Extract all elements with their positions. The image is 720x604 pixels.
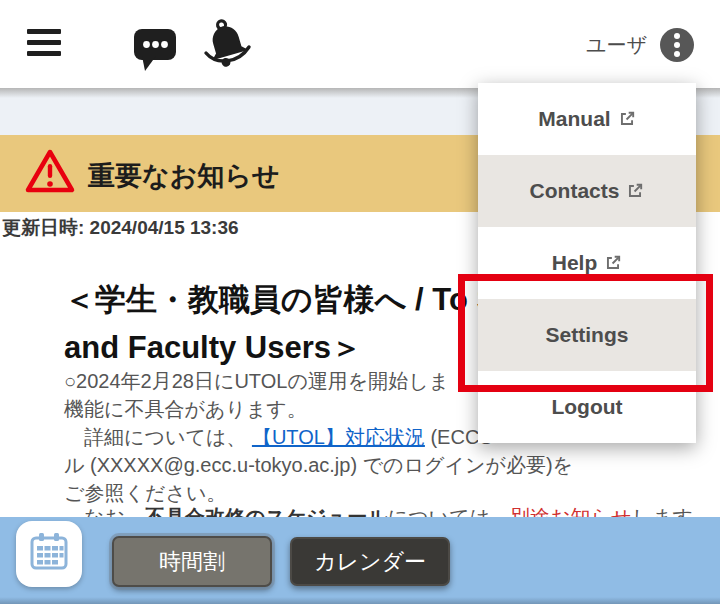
utol-status-link[interactable]: 【UTOL】対応状況 <box>252 426 425 448</box>
menu-item-help[interactable]: Help <box>478 227 696 299</box>
article-paragraph-line: ル (XXXXX@g.ecc.u-tokyo.ac.jp) でのログインが必要)… <box>64 452 573 479</box>
menu-item-label: Logout <box>551 395 622 419</box>
menu-item-label: Manual <box>538 107 610 131</box>
article-paragraph-line: ご参照ください。 <box>64 480 226 507</box>
article-paragraph-line: ○2024年2月28日にUTOLの運用を開始しま <box>64 368 449 395</box>
article-heading-line1: ＜学生・教職員の皆様へ / To S <box>64 279 497 321</box>
menu-item-contacts[interactable]: Contacts <box>478 155 696 227</box>
external-link-icon <box>618 110 636 128</box>
menu-item-label: Settings <box>546 323 629 347</box>
menu-item-logout[interactable]: Logout <box>478 371 696 443</box>
article-heading-line2: and Faculty Users＞ <box>64 327 362 369</box>
menu-item-settings[interactable]: Settings <box>478 299 696 371</box>
article-paragraph-line: 機能に不具合があります。 <box>64 396 307 423</box>
menu-item-label: Contacts <box>530 179 620 203</box>
calendar-button[interactable]: カレンダー <box>290 537 450 586</box>
article-paragraph-line: 詳細については、 【UTOL】対応状況 (ECCS <box>64 424 493 451</box>
notice-banner-title: 重要なお知らせ <box>88 158 280 194</box>
chat-icon[interactable] <box>132 26 180 76</box>
user-dropdown-menu: Manual Contacts Help Settings Logout <box>478 83 696 443</box>
bell-icon[interactable] <box>200 18 254 74</box>
external-link-icon <box>604 254 622 272</box>
calendar-tile-button[interactable] <box>16 521 82 587</box>
updated-timestamp: 更新日時: 2024/04/15 13:36 <box>2 215 239 241</box>
calendar-icon <box>28 531 70 577</box>
timetable-button[interactable]: 時間割 <box>112 536 272 587</box>
paragraph-text: 詳細については、 <box>64 426 252 448</box>
user-label: ユーザ <box>586 32 647 59</box>
menu-item-manual[interactable]: Manual <box>478 83 696 155</box>
menu-item-label: Help <box>552 251 598 275</box>
kebab-menu-icon[interactable] <box>660 28 694 62</box>
hamburger-menu-icon[interactable] <box>27 29 61 56</box>
external-link-icon <box>626 182 644 200</box>
warning-icon <box>24 146 76 200</box>
